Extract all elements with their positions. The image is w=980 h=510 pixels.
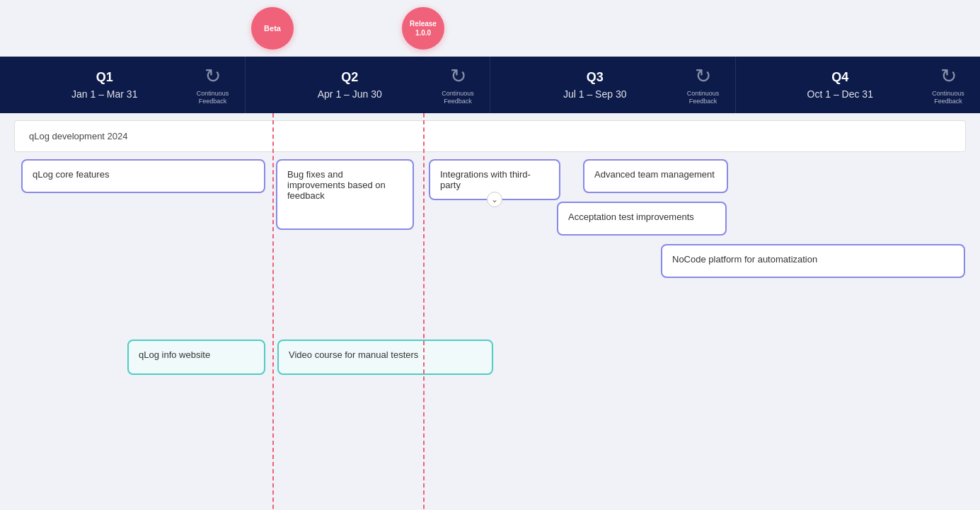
q4-refresh-icon: ↻ (940, 64, 957, 88)
feature-card-qlog-core[interactable]: qLog core features (21, 159, 265, 193)
release-label: Release1.0.0 (410, 19, 437, 37)
q4-dates: Oct 1 – Dec 31 (807, 88, 873, 100)
q3-feedback-label: ContinuousFeedback (687, 90, 720, 105)
milestones-area: Beta Release1.0.0 (0, 0, 980, 57)
q2-feedback-label: ContinuousFeedback (442, 90, 474, 105)
bug-fixes-label: Bug fixes and improvements based on feed… (287, 169, 386, 201)
integrations-expand-button[interactable]: ⌄ (487, 192, 502, 207)
roadmap-container: Beta Release1.0.0 Q1 Jan 1 – Mar 31 ↻ Co… (0, 0, 980, 510)
q1-continuous-feedback: ↻ ContinuousFeedback (195, 64, 231, 105)
q1-text: Q1 Jan 1 – Mar 31 (14, 70, 195, 100)
beta-circle: Beta (251, 7, 294, 50)
video-course-label: Video course for manual testers (289, 349, 418, 360)
quarters-bar: Q1 Jan 1 – Mar 31 ↻ ContinuousFeedback Q… (0, 57, 980, 113)
acceptation-label: Acceptation test improvements (568, 211, 694, 222)
release-circle: Release1.0.0 (402, 7, 444, 50)
milestone-release: Release1.0.0 (402, 7, 444, 50)
q4-feedback-label: ContinuousFeedback (932, 90, 964, 105)
dashed-line-release (423, 113, 425, 510)
quarter-q3: Q3 Jul 1 – Sep 30 ↻ ContinuousFeedback (490, 57, 736, 113)
chevron-down-icon: ⌄ (491, 195, 498, 204)
q3-title: Q3 (505, 70, 686, 85)
feature-card-video-course[interactable]: Video course for manual testers (277, 340, 493, 375)
q4-continuous-feedback: ↻ ContinuousFeedback (930, 64, 966, 105)
feature-card-acceptation[interactable]: Acceptation test improvements (557, 202, 727, 236)
main-content: qLog development 2024 qLog core features… (0, 113, 980, 510)
q2-title: Q2 (260, 70, 441, 85)
quarter-q4: Q4 Oct 1 – Dec 31 ↻ ContinuousFeedback (736, 57, 981, 113)
milestone-beta: Beta (251, 7, 294, 50)
q2-text: Q2 Apr 1 – Jun 30 (260, 70, 441, 100)
qlog-info-label: qLog info website (139, 349, 210, 360)
dashed-line-beta (272, 113, 274, 510)
quarter-q1: Q1 Jan 1 – Mar 31 ↻ ContinuousFeedback (0, 57, 246, 113)
q2-dates: Apr 1 – Jun 30 (318, 88, 382, 100)
q3-dates: Jul 1 – Sep 30 (563, 88, 627, 100)
q4-text: Q4 Oct 1 – Dec 31 (750, 70, 931, 100)
project-group-label: qLog development 2024 (29, 131, 128, 141)
advanced-team-label: Advanced team management (594, 169, 715, 180)
q1-dates: Jan 1 – Mar 31 (71, 88, 137, 100)
feature-card-qlog-info[interactable]: qLog info website (127, 340, 265, 375)
q3-text: Q3 Jul 1 – Sep 30 (505, 70, 686, 100)
beta-label: Beta (264, 23, 281, 33)
q1-feedback-label: ContinuousFeedback (197, 90, 229, 105)
feature-card-advanced-team[interactable]: Advanced team management (583, 159, 728, 193)
q3-continuous-feedback: ↻ ContinuousFeedback (686, 64, 721, 105)
q1-refresh-icon: ↻ (204, 64, 221, 88)
feature-card-nocode[interactable]: NoCode platform for automatization (661, 244, 965, 278)
quarter-q2: Q2 Apr 1 – Jun 30 ↻ ContinuousFeedback (246, 57, 491, 113)
integrations-label: Integrations with third-party (440, 169, 531, 190)
q4-title: Q4 (750, 70, 931, 85)
q1-title: Q1 (14, 70, 195, 85)
project-group-row: qLog development 2024 (14, 120, 966, 152)
feature-card-integrations[interactable]: Integrations with third-party ⌄ (429, 159, 560, 200)
q2-continuous-feedback: ↻ ContinuousFeedback (440, 64, 475, 105)
qlog-core-label: qLog core features (33, 169, 109, 180)
nocode-label: NoCode platform for automatization (672, 254, 817, 265)
q2-refresh-icon: ↻ (450, 64, 466, 88)
q3-refresh-icon: ↻ (695, 64, 711, 88)
feature-card-bug-fixes[interactable]: Bug fixes and improvements based on feed… (276, 159, 414, 230)
